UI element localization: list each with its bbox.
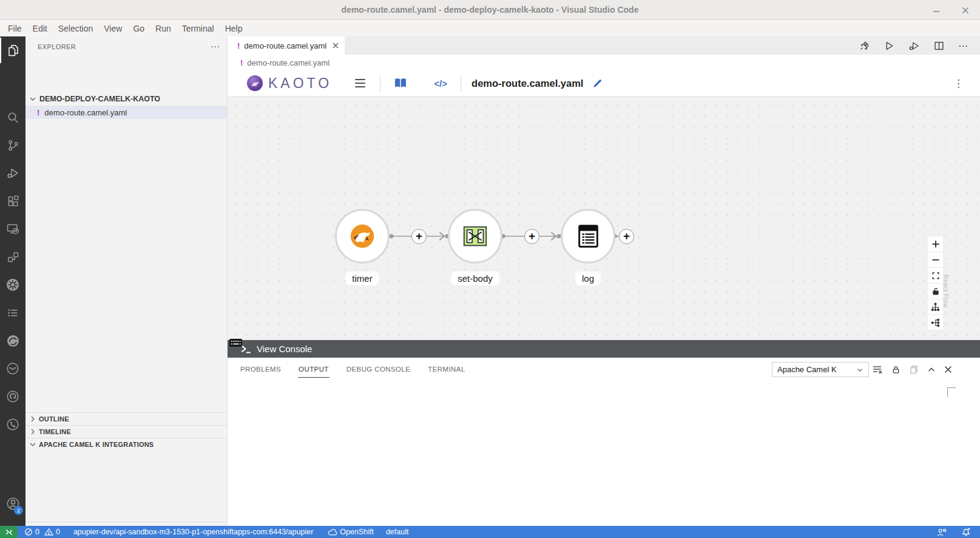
namespace-status[interactable]: default xyxy=(382,526,413,538)
tab-close-icon[interactable] xyxy=(333,43,339,49)
remote-indicator[interactable] xyxy=(0,526,18,538)
kaoto-kebab-menu-icon[interactable]: ⋮ xyxy=(953,77,964,89)
search-icon[interactable] xyxy=(0,104,25,130)
breadcrumb-item[interactable]: demo-route.camel.yaml xyxy=(247,58,329,67)
github-icon[interactable] xyxy=(0,384,25,409)
more-actions-icon[interactable]: ⋯ xyxy=(958,40,968,52)
panel-tabs: PROBLEMS OUTPUT DEBUG CONSOLE TERMINAL xyxy=(228,358,466,380)
section-outline[interactable]: OUTLINE xyxy=(25,412,227,425)
panel-tab-debug-console[interactable]: DEBUG CONSOLE xyxy=(346,360,411,378)
warning-count: 0 xyxy=(56,528,60,536)
view-console-bar[interactable]: View Console xyxy=(228,340,980,358)
run-icon[interactable] xyxy=(884,41,894,51)
minimize-button[interactable] xyxy=(933,7,940,14)
section-label: TIMELINE xyxy=(39,428,71,435)
section-label: APACHE CAMEL K INTEGRATIONS xyxy=(39,441,154,448)
codetour-icon[interactable] xyxy=(0,412,25,437)
menu-file[interactable]: File xyxy=(2,22,27,35)
remote-explorer-icon[interactable] xyxy=(0,216,25,242)
zoom-out-button[interactable] xyxy=(927,251,944,267)
menu-selection[interactable]: Selection xyxy=(53,22,99,35)
debug-icon[interactable] xyxy=(908,40,920,52)
close-button[interactable] xyxy=(962,7,969,14)
camel-file-icon: ! xyxy=(240,58,243,67)
kube-context-status[interactable]: apupier-dev/api-sandbox-m3-1530-p1-opens… xyxy=(69,526,317,538)
source-control-icon[interactable] xyxy=(0,132,25,158)
menu-view[interactable]: View xyxy=(98,22,127,35)
accounts-icon[interactable]: 2 xyxy=(0,491,25,516)
output-channel-value: Apache Camel K xyxy=(777,365,837,374)
menu-go[interactable]: Go xyxy=(127,22,150,35)
tab-demo-route[interactable]: ! demo-route.camel.yaml xyxy=(228,36,345,55)
section-camelk-integrations[interactable]: APACHE CAMEL K INTEGRATIONS xyxy=(25,438,227,451)
workspace-folder-row[interactable]: DEMO-DEPLOY-CAMELK-KAOTO xyxy=(25,92,227,106)
openshift-status[interactable]: OpenShift xyxy=(323,526,378,538)
kube-context-text: apupier-dev/api-sandbox-m3-1530-p1-opens… xyxy=(73,528,313,536)
fit-view-button[interactable] xyxy=(927,267,944,283)
section-timeline[interactable]: TIMELINE xyxy=(25,425,227,438)
bottom-panel: PROBLEMS OUTPUT DEBUG CONSOLE TERMINAL A… xyxy=(228,358,980,526)
node-log[interactable] xyxy=(561,209,615,264)
node-label-timer: timer xyxy=(345,271,379,285)
panel-tab-problems[interactable]: PROBLEMS xyxy=(240,360,282,378)
workspace-folder-label: DEMO-DEPLOY-CAMELK-KAOTO xyxy=(39,95,160,103)
source-code-icon[interactable]: </> xyxy=(421,78,461,89)
clear-output-icon[interactable] xyxy=(873,365,883,374)
zoom-in-button[interactable] xyxy=(927,236,944,251)
explorer-more-actions-icon[interactable]: ⋯ xyxy=(211,41,220,52)
notifications-button[interactable] xyxy=(957,526,975,538)
lock-scrolling-icon[interactable] xyxy=(891,365,901,375)
catalog-book-icon[interactable] xyxy=(380,78,421,89)
panel-tab-terminal[interactable]: TERMINAL xyxy=(427,360,465,378)
menu-edit[interactable]: Edit xyxy=(27,22,53,35)
symbols-icon[interactable] xyxy=(0,244,25,270)
kaoto-flow-canvas[interactable]: + + + timer set-body log xyxy=(228,97,980,340)
react-flow-attribution: React Flow xyxy=(942,274,949,308)
horizontal-layout-button[interactable] xyxy=(927,315,944,330)
edit-pencil-icon[interactable] xyxy=(592,78,603,89)
kubernetes-icon[interactable] xyxy=(0,272,25,298)
log-icon xyxy=(574,222,602,250)
append-step-button[interactable]: + xyxy=(411,229,427,244)
feedback-button[interactable] xyxy=(932,526,951,538)
output-scroll-corner xyxy=(947,387,956,397)
remote-icon xyxy=(4,528,13,537)
problems-status[interactable]: 0 0 xyxy=(20,526,64,538)
openshift-icon[interactable] xyxy=(0,328,25,353)
sonarlint-icon[interactable] xyxy=(0,356,25,381)
menu-run[interactable]: Run xyxy=(150,22,177,35)
explorer-icon[interactable] xyxy=(0,38,25,63)
panel-tab-output[interactable]: OUTPUT xyxy=(298,360,329,378)
set-body-icon xyxy=(461,222,489,250)
extensions-icon[interactable] xyxy=(0,188,25,214)
append-step-button[interactable]: + xyxy=(619,229,634,244)
timer-camel-icon xyxy=(348,222,376,250)
status-bar: 0 0 apupier-dev/api-sandbox-m3-1530-p1-o… xyxy=(0,526,980,538)
run-debug-icon[interactable] xyxy=(0,160,25,186)
deploy-rocket-icon[interactable] xyxy=(859,40,870,52)
cloud-icon xyxy=(328,528,337,536)
file-row-demo-route[interactable]: ! demo-route.camel.yaml xyxy=(25,106,227,119)
chevron-right-icon xyxy=(28,427,38,437)
menu-help[interactable]: Help xyxy=(220,22,248,35)
lock-toggle-button[interactable] xyxy=(927,283,944,299)
menu-terminal[interactable]: Terminal xyxy=(177,22,220,35)
split-editor-icon[interactable] xyxy=(934,41,944,51)
section-label: OUTLINE xyxy=(39,415,69,423)
output-channel-select[interactable]: Apache Camel K xyxy=(772,362,869,377)
file-name: demo-route.camel.yaml xyxy=(44,108,127,117)
kaoto-menu-icon[interactable] xyxy=(355,79,365,88)
kaoto-logo xyxy=(247,75,263,91)
node-set-body[interactable] xyxy=(448,209,502,264)
integrations-list-icon[interactable] xyxy=(0,300,25,325)
maximize-panel-icon[interactable] xyxy=(927,366,936,374)
open-output-in-editor-icon[interactable] xyxy=(909,365,919,375)
flow-controls xyxy=(927,236,944,330)
openshift-label: OpenShift xyxy=(340,528,374,536)
node-timer[interactable] xyxy=(335,209,390,264)
node-label-set-body: set-body xyxy=(451,271,499,285)
vertical-layout-button[interactable] xyxy=(927,299,944,315)
close-panel-icon[interactable] xyxy=(944,366,952,373)
append-step-button[interactable]: + xyxy=(524,229,539,244)
breadcrumb[interactable]: ! demo-route.camel.yaml xyxy=(228,55,980,70)
